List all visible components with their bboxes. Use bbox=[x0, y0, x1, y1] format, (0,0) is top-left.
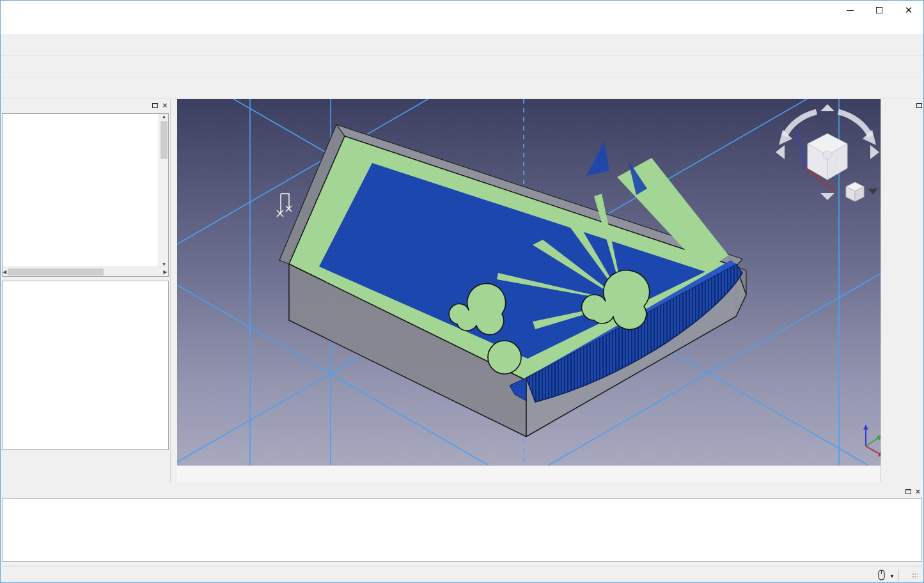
panel-splitter[interactable] bbox=[171, 99, 177, 482]
close-panel-icon[interactable]: ✕ bbox=[915, 488, 921, 495]
float-panel-icon[interactable] bbox=[905, 489, 911, 494]
resize-grip[interactable] bbox=[912, 573, 918, 579]
minimize-button[interactable] bbox=[835, 1, 865, 20]
tree-vertical-scrollbar[interactable]: ▲▼ bbox=[159, 114, 168, 267]
combo-view-panel: ✕ ▲▼ ◀▶ bbox=[1, 99, 171, 482]
toolbar-view bbox=[1, 56, 923, 77]
menu-bar bbox=[1, 20, 923, 34]
toolbar-part-design bbox=[1, 77, 923, 99]
toolbar-file bbox=[1, 34, 923, 56]
property-view-tabs bbox=[1, 450, 170, 453]
freecad-window: ✕ ✕ ▲▼ ◀▶ bbox=[0, 0, 924, 583]
tree-horizontal-scrollbar[interactable]: ◀▶ bbox=[3, 267, 168, 276]
nav-style-selector[interactable]: ▾ bbox=[890, 570, 893, 580]
kicad-stepup-panel bbox=[881, 99, 923, 482]
3d-viewport[interactable] bbox=[177, 99, 881, 465]
status-bar: ▾ bbox=[1, 566, 923, 583]
property-editor bbox=[2, 281, 169, 450]
maximize-button[interactable] bbox=[865, 1, 894, 20]
float-panel-icon[interactable] bbox=[152, 103, 158, 108]
freecad-logo-icon bbox=[5, 4, 17, 16]
close-panel-icon[interactable]: ✕ bbox=[162, 102, 168, 109]
python-console-input[interactable] bbox=[2, 498, 922, 562]
document-tab-bar bbox=[177, 465, 881, 482]
mouse-icon bbox=[878, 570, 885, 580]
model-tree: ▲▼ ◀▶ bbox=[2, 113, 169, 277]
nav-mini-cube[interactable] bbox=[846, 182, 864, 201]
title-bar: ✕ bbox=[1, 1, 923, 20]
float-panel-icon[interactable] bbox=[916, 103, 922, 108]
close-button[interactable]: ✕ bbox=[894, 1, 923, 20]
python-console-panel: ✕ bbox=[1, 485, 923, 562]
